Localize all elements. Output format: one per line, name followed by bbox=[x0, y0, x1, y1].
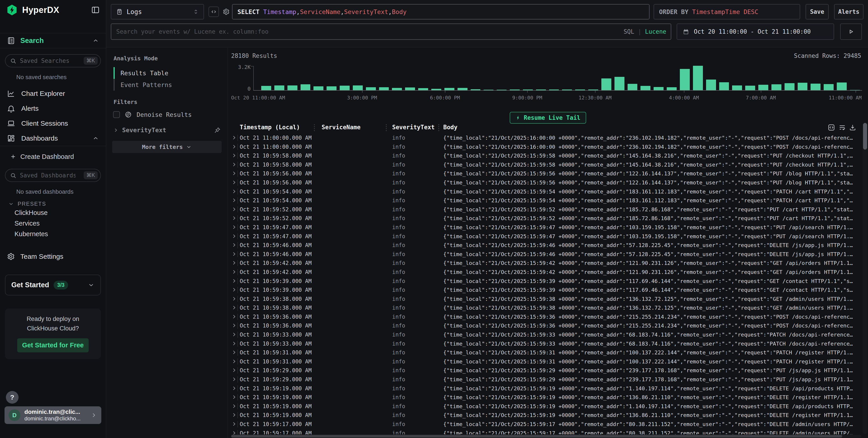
table-row[interactable]: Oct 21 10:59:17.000 AM info {"time_local… bbox=[231, 429, 861, 434]
table-row[interactable]: Oct 21 11:00:00.000 AM info {"time_local… bbox=[231, 133, 861, 142]
scrollbar-thumb[interactable] bbox=[863, 123, 867, 149]
table-row[interactable]: Oct 21 10:59:42.000 AM info {"time_local… bbox=[231, 259, 861, 268]
mode-event-patterns[interactable]: Event Patterns bbox=[114, 79, 222, 91]
sidebar-item-chart-explorer[interactable]: Chart Explorer bbox=[0, 86, 106, 101]
language-lucene-option[interactable]: Lucene bbox=[645, 28, 666, 35]
download-icon[interactable] bbox=[848, 123, 857, 132]
table-row[interactable]: Oct 21 10:59:46.000 AM info {"time_local… bbox=[231, 250, 861, 259]
table-row[interactable]: Oct 21 10:59:52.000 AM info {"time_local… bbox=[231, 214, 861, 223]
sidebar-item-alerts[interactable]: Alerts bbox=[0, 101, 106, 116]
date-range-picker[interactable]: Oct 20 11:00:00 - Oct 21 11:00:00 bbox=[677, 24, 834, 40]
more-filters-button[interactable]: More filters bbox=[112, 141, 222, 153]
chevron-up-icon[interactable] bbox=[92, 135, 99, 142]
search-input[interactable] bbox=[116, 28, 623, 35]
expand-row-icon[interactable] bbox=[231, 242, 237, 248]
table-row[interactable]: Oct 21 10:59:36.000 AM info {"time_local… bbox=[231, 321, 861, 330]
expand-row-icon[interactable] bbox=[231, 430, 237, 434]
alerts-button[interactable]: Alerts bbox=[834, 4, 864, 20]
preset-item-kubernetes[interactable]: Kubernetes bbox=[0, 229, 106, 239]
expand-row-icon[interactable] bbox=[231, 359, 237, 364]
collapse-sidebar-button[interactable] bbox=[91, 5, 100, 14]
run-query-button[interactable] bbox=[840, 24, 862, 40]
expand-row-icon[interactable] bbox=[231, 179, 237, 185]
expand-row-icon[interactable] bbox=[231, 144, 237, 149]
table-row[interactable]: Oct 21 10:59:52.000 AM info {"time_local… bbox=[231, 205, 861, 214]
column-header-body[interactable]: Body bbox=[443, 124, 458, 131]
select-query-input[interactable]: SELECT Timestamp,ServiceName,SeverityTex… bbox=[232, 4, 650, 20]
expand-row-icon[interactable] bbox=[231, 385, 237, 391]
table-row[interactable]: Oct 21 10:59:54.000 AM info {"time_local… bbox=[231, 187, 861, 196]
expand-row-icon[interactable] bbox=[231, 341, 237, 346]
table-row[interactable]: Oct 21 10:59:38.000 AM info {"time_local… bbox=[231, 295, 861, 304]
expand-row-icon[interactable] bbox=[231, 269, 237, 275]
expand-row-icon[interactable] bbox=[231, 332, 237, 337]
expand-row-icon[interactable] bbox=[231, 278, 237, 284]
order-by-input[interactable]: ORDER BY TimestampTime DESC bbox=[654, 4, 800, 20]
table-row[interactable]: Oct 21 10:59:29.000 AM info {"time_local… bbox=[231, 366, 861, 375]
expand-row-icon[interactable] bbox=[231, 135, 237, 141]
table-row[interactable]: Oct 21 10:59:39.000 AM info {"time_local… bbox=[231, 277, 861, 286]
preset-item-services[interactable]: Services bbox=[0, 218, 106, 229]
column-header-timestamp[interactable]: Timestamp (Local) bbox=[240, 124, 300, 131]
table-row[interactable]: Oct 21 10:59:29.000 AM info {"time_local… bbox=[231, 375, 861, 384]
help-button[interactable]: ? bbox=[6, 391, 19, 404]
column-header-severitytext[interactable]: SeverityText bbox=[392, 124, 435, 131]
expand-row-icon[interactable] bbox=[231, 367, 237, 373]
table-row[interactable]: Oct 21 10:59:46.000 AM info {"time_local… bbox=[231, 241, 861, 250]
horizontal-scrollbar[interactable] bbox=[231, 435, 861, 438]
presets-section-toggle[interactable]: PRESETS bbox=[8, 200, 106, 207]
expand-row-icon[interactable] bbox=[231, 421, 237, 427]
expand-row-icon[interactable] bbox=[231, 189, 237, 194]
scrollbar-thumb[interactable] bbox=[231, 435, 842, 438]
text-wrap-icon[interactable] bbox=[838, 123, 847, 132]
filter-group-severitytext[interactable]: SeverityText bbox=[113, 127, 221, 134]
expand-row-icon[interactable] bbox=[231, 170, 237, 176]
table-row[interactable]: Oct 21 11:00:00.000 AM info {"time_local… bbox=[231, 142, 861, 151]
table-row[interactable]: Oct 21 10:59:33.000 AM info {"time_local… bbox=[231, 330, 861, 339]
expand-row-icon[interactable] bbox=[231, 215, 237, 221]
language-sql-option[interactable]: SQL bbox=[623, 28, 634, 35]
denoise-checkbox[interactable] bbox=[113, 111, 120, 118]
expand-row-icon[interactable] bbox=[231, 197, 237, 203]
table-row[interactable]: Oct 21 10:59:33.000 AM info {"time_local… bbox=[231, 339, 861, 348]
table-row[interactable]: Oct 21 10:59:31.000 AM info {"time_local… bbox=[231, 348, 861, 357]
expand-row-icon[interactable] bbox=[231, 349, 237, 355]
expand-row-icon[interactable] bbox=[231, 314, 237, 319]
create-dashboard-button[interactable]: Create Dashboard bbox=[0, 150, 106, 163]
table-row[interactable]: Oct 21 10:59:31.000 AM info {"time_local… bbox=[231, 357, 861, 366]
table-row[interactable]: Oct 21 10:59:56.000 AM info {"time_local… bbox=[231, 169, 861, 178]
query-settings-gear-button[interactable] bbox=[221, 6, 231, 17]
vertical-scrollbar[interactable] bbox=[863, 123, 868, 434]
get-started-free-button[interactable]: Get Started for Free bbox=[17, 338, 89, 352]
column-resize-handle[interactable] bbox=[386, 124, 387, 131]
expand-row-icon[interactable] bbox=[231, 412, 237, 418]
table-row[interactable]: Oct 21 10:59:19.000 AM info {"time_local… bbox=[231, 402, 861, 411]
table-row[interactable]: Oct 21 10:59:19.000 AM info {"time_local… bbox=[231, 384, 861, 393]
expand-row-icon[interactable] bbox=[231, 305, 237, 310]
pin-icon[interactable] bbox=[214, 127, 221, 134]
expand-row-icon[interactable] bbox=[231, 394, 237, 400]
expand-row-icon[interactable] bbox=[231, 296, 237, 302]
sidebar-item-team-settings[interactable]: Team Settings bbox=[0, 250, 106, 263]
table-row[interactable]: Oct 21 10:59:47.000 AM info {"time_local… bbox=[231, 232, 861, 241]
column-resize-handle[interactable] bbox=[314, 124, 315, 131]
expand-row-icon[interactable] bbox=[231, 206, 237, 212]
sidebar-item-client-sessions[interactable]: Client Sessions bbox=[0, 116, 106, 131]
code-view-button[interactable] bbox=[209, 6, 219, 17]
expand-row-icon[interactable] bbox=[231, 251, 237, 257]
table-row[interactable]: Oct 21 10:59:39.000 AM info {"time_local… bbox=[231, 285, 861, 295]
table-row[interactable]: Oct 21 10:59:36.000 AM info {"time_local… bbox=[231, 312, 861, 322]
mode-results-table[interactable]: Results Table bbox=[114, 67, 222, 79]
column-header-servicename[interactable]: ServiceName bbox=[321, 124, 361, 131]
save-button[interactable]: Save bbox=[806, 4, 829, 20]
table-row[interactable]: Oct 21 10:59:58.000 AM info {"time_local… bbox=[231, 160, 861, 169]
table-row[interactable]: Oct 21 10:59:38.000 AM info {"time_local… bbox=[231, 303, 861, 312]
table-row[interactable]: Oct 21 10:59:17.000 AM info {"time_local… bbox=[231, 420, 861, 429]
expand-row-icon[interactable] bbox=[231, 287, 237, 293]
table-row[interactable]: Oct 21 10:59:42.000 AM info {"time_local… bbox=[231, 268, 861, 277]
get-started-toggle[interactable]: Get Started 3/3 bbox=[5, 275, 101, 295]
table-row[interactable]: Oct 21 10:59:19.000 AM info {"time_local… bbox=[231, 411, 861, 420]
code-view-icon[interactable] bbox=[827, 123, 836, 132]
denoise-results-toggle[interactable]: Denoise Results bbox=[113, 111, 222, 119]
expand-row-icon[interactable] bbox=[231, 153, 237, 159]
